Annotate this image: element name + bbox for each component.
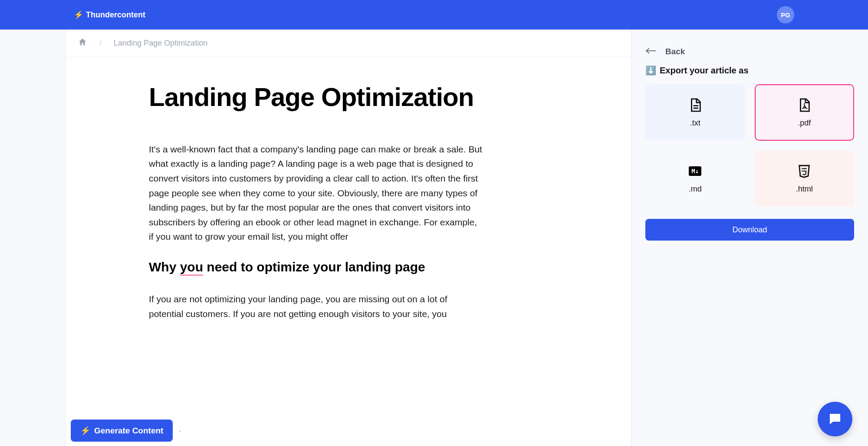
generate-content-label: Generate Content <box>94 426 163 436</box>
article-paragraph: It's a well-known fact that a company's … <box>149 142 483 244</box>
html5-icon <box>797 164 812 178</box>
export-md-card[interactable]: M↓ .md <box>645 150 745 207</box>
bolt-icon: ⚡ <box>80 426 91 436</box>
article: Landing Page Optimization It's a well-kn… <box>149 83 483 321</box>
file-text-icon <box>688 98 703 112</box>
export-html-card[interactable]: .html <box>755 150 855 207</box>
export-html-label: .html <box>796 185 813 194</box>
export-title: ⬇️ Export your article as <box>645 65 854 76</box>
spellcheck-underline: you <box>180 260 203 276</box>
download-button[interactable]: Download <box>645 219 854 241</box>
chat-fab[interactable] <box>818 402 852 436</box>
back-button[interactable]: Back <box>645 47 854 56</box>
brand-name: Thundercontent <box>86 10 145 20</box>
app-header: ⚡ Thundercontent PG <box>0 0 868 30</box>
back-label: Back <box>665 47 685 56</box>
export-pdf-card[interactable]: .pdf <box>755 84 855 141</box>
layout: / Landing Page Optimization Landing Page… <box>0 30 868 446</box>
generate-content-button[interactable]: ⚡ Generate Content <box>71 420 173 442</box>
export-grid: .txt .pdf M↓ .md .html <box>645 84 854 207</box>
export-md-label: .md <box>689 185 702 194</box>
main-panel: / Landing Page Optimization Landing Page… <box>65 30 631 446</box>
menu-dot[interactable]: · <box>179 426 181 436</box>
download-icon: ⬇️ <box>645 65 656 76</box>
article-container: Landing Page Optimization It's a well-kn… <box>66 57 631 446</box>
breadcrumb: / Landing Page Optimization <box>66 30 631 57</box>
markdown-icon: M↓ <box>688 164 703 178</box>
bolt-icon: ⚡ <box>74 10 83 20</box>
sidebar: Back ⬇️ Export your article as .txt .pdf <box>631 30 868 446</box>
file-pdf-icon <box>797 98 812 112</box>
export-pdf-label: .pdf <box>798 119 811 128</box>
chat-icon <box>827 411 843 427</box>
breadcrumb-separator: / <box>99 39 102 48</box>
article-title: Landing Page Optimization <box>149 83 483 112</box>
arrow-left-icon <box>645 47 657 56</box>
home-icon[interactable] <box>78 37 87 49</box>
bottom-bar: ⚡ Generate Content · <box>71 420 181 442</box>
export-txt-card[interactable]: .txt <box>645 84 745 141</box>
avatar[interactable]: PG <box>777 6 794 23</box>
breadcrumb-current[interactable]: Landing Page Optimization <box>114 39 207 48</box>
article-paragraph: If you are not optimizing your landing p… <box>149 292 483 321</box>
export-txt-label: .txt <box>690 119 700 128</box>
brand[interactable]: ⚡ Thundercontent <box>74 10 145 20</box>
article-subheading: Why you need to optimize your landing pa… <box>149 260 483 274</box>
avatar-initials: PG <box>781 11 790 19</box>
